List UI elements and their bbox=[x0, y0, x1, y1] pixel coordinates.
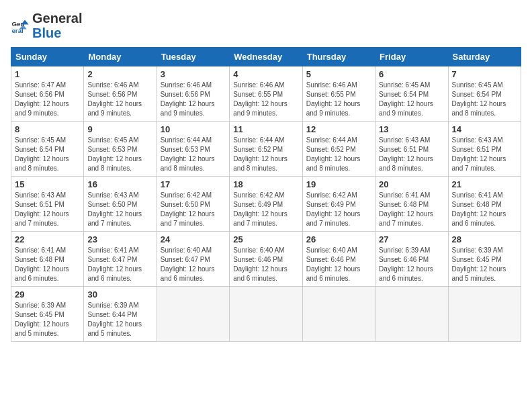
calendar-table: SundayMondayTuesdayWednesdayThursdayFrid… bbox=[11, 47, 521, 342]
day-number: 29 bbox=[15, 289, 80, 300]
day-info: Sunrise: 6:39 AM Sunset: 6:46 PM Dayligh… bbox=[379, 246, 444, 283]
day-number: 3 bbox=[161, 69, 226, 79]
day-number: 24 bbox=[161, 234, 226, 244]
day-info: Sunrise: 6:39 AM Sunset: 6:44 PM Dayligh… bbox=[87, 301, 152, 338]
calendar-cell: 7 Sunrise: 6:45 AM Sunset: 6:54 PM Dayli… bbox=[448, 66, 521, 122]
day-number: 5 bbox=[306, 69, 371, 79]
calendar-cell bbox=[302, 287, 375, 342]
day-info: Sunrise: 6:46 AM Sunset: 6:56 PM Dayligh… bbox=[161, 81, 226, 118]
calendar-cell: 14 Sunrise: 6:43 AM Sunset: 6:51 PM Dayl… bbox=[448, 122, 521, 177]
day-number: 23 bbox=[87, 234, 152, 244]
day-info: Sunrise: 6:39 AM Sunset: 6:45 PM Dayligh… bbox=[452, 246, 517, 283]
calendar-header-saturday: Saturday bbox=[448, 48, 521, 66]
calendar-cell: 24 Sunrise: 6:40 AM Sunset: 6:47 PM Dayl… bbox=[157, 232, 229, 287]
day-info: Sunrise: 6:42 AM Sunset: 6:49 PM Dayligh… bbox=[306, 191, 371, 228]
day-info: Sunrise: 6:45 AM Sunset: 6:53 PM Dayligh… bbox=[87, 136, 152, 173]
day-number: 9 bbox=[87, 124, 152, 134]
day-info: Sunrise: 6:43 AM Sunset: 6:51 PM Dayligh… bbox=[15, 191, 80, 228]
day-number: 26 bbox=[306, 234, 371, 244]
calendar-cell: 3 Sunrise: 6:46 AM Sunset: 6:56 PM Dayli… bbox=[157, 66, 229, 122]
calendar-header-thursday: Thursday bbox=[302, 48, 375, 66]
day-number: 21 bbox=[452, 179, 517, 189]
logo: Gen eral GeneralBlue bbox=[11, 11, 82, 40]
day-number: 18 bbox=[233, 179, 298, 189]
day-info: Sunrise: 6:41 AM Sunset: 6:48 PM Dayligh… bbox=[379, 191, 444, 228]
day-number: 19 bbox=[306, 179, 371, 189]
day-number: 22 bbox=[15, 234, 80, 244]
day-info: Sunrise: 6:46 AM Sunset: 6:56 PM Dayligh… bbox=[87, 81, 152, 118]
day-number: 10 bbox=[161, 124, 226, 134]
day-number: 17 bbox=[161, 179, 226, 189]
calendar-week-row: 15 Sunrise: 6:43 AM Sunset: 6:51 PM Dayl… bbox=[11, 177, 521, 232]
day-info: Sunrise: 6:43 AM Sunset: 6:51 PM Dayligh… bbox=[379, 136, 444, 173]
calendar-cell: 27 Sunrise: 6:39 AM Sunset: 6:46 PM Dayl… bbox=[375, 232, 448, 287]
day-number: 12 bbox=[306, 124, 371, 134]
day-info: Sunrise: 6:42 AM Sunset: 6:49 PM Dayligh… bbox=[233, 191, 298, 228]
day-info: Sunrise: 6:41 AM Sunset: 6:48 PM Dayligh… bbox=[15, 246, 80, 283]
day-info: Sunrise: 6:43 AM Sunset: 6:51 PM Dayligh… bbox=[452, 136, 517, 173]
calendar-cell: 20 Sunrise: 6:41 AM Sunset: 6:48 PM Dayl… bbox=[375, 177, 448, 232]
calendar-cell bbox=[230, 287, 302, 342]
calendar-cell: 25 Sunrise: 6:40 AM Sunset: 6:46 PM Dayl… bbox=[230, 232, 302, 287]
calendar-cell: 21 Sunrise: 6:41 AM Sunset: 6:48 PM Dayl… bbox=[448, 177, 521, 232]
calendar-cell bbox=[448, 287, 521, 342]
logo-text: GeneralBlue bbox=[32, 11, 82, 40]
calendar-cell: 29 Sunrise: 6:39 AM Sunset: 6:45 PM Dayl… bbox=[11, 287, 84, 342]
day-number: 13 bbox=[379, 124, 444, 134]
calendar-cell: 5 Sunrise: 6:46 AM Sunset: 6:55 PM Dayli… bbox=[302, 66, 375, 122]
calendar-header-tuesday: Tuesday bbox=[157, 48, 229, 66]
day-info: Sunrise: 6:44 AM Sunset: 6:53 PM Dayligh… bbox=[161, 136, 226, 173]
day-info: Sunrise: 6:45 AM Sunset: 6:54 PM Dayligh… bbox=[452, 81, 517, 118]
calendar-week-row: 8 Sunrise: 6:45 AM Sunset: 6:54 PM Dayli… bbox=[11, 122, 521, 177]
calendar-cell: 30 Sunrise: 6:39 AM Sunset: 6:44 PM Dayl… bbox=[84, 287, 157, 342]
calendar-cell: 23 Sunrise: 6:41 AM Sunset: 6:47 PM Dayl… bbox=[84, 232, 157, 287]
calendar-cell: 28 Sunrise: 6:39 AM Sunset: 6:45 PM Dayl… bbox=[448, 232, 521, 287]
calendar-cell: 4 Sunrise: 6:46 AM Sunset: 6:55 PM Dayli… bbox=[230, 66, 302, 122]
calendar-header-wednesday: Wednesday bbox=[230, 48, 302, 66]
calendar-cell bbox=[157, 287, 229, 342]
day-number: 14 bbox=[452, 124, 517, 134]
day-number: 27 bbox=[379, 234, 444, 244]
day-number: 11 bbox=[233, 124, 298, 134]
day-info: Sunrise: 6:45 AM Sunset: 6:54 PM Dayligh… bbox=[15, 136, 80, 173]
calendar-cell: 18 Sunrise: 6:42 AM Sunset: 6:49 PM Dayl… bbox=[230, 177, 302, 232]
calendar-cell: 8 Sunrise: 6:45 AM Sunset: 6:54 PM Dayli… bbox=[11, 122, 84, 177]
day-number: 25 bbox=[233, 234, 298, 244]
calendar-header-sunday: Sunday bbox=[11, 48, 84, 66]
calendar-cell: 2 Sunrise: 6:46 AM Sunset: 6:56 PM Dayli… bbox=[84, 66, 157, 122]
day-info: Sunrise: 6:45 AM Sunset: 6:54 PM Dayligh… bbox=[379, 81, 444, 118]
day-number: 20 bbox=[379, 179, 444, 189]
day-info: Sunrise: 6:44 AM Sunset: 6:52 PM Dayligh… bbox=[306, 136, 371, 173]
calendar-cell: 13 Sunrise: 6:43 AM Sunset: 6:51 PM Dayl… bbox=[375, 122, 448, 177]
calendar-cell: 19 Sunrise: 6:42 AM Sunset: 6:49 PM Dayl… bbox=[302, 177, 375, 232]
calendar-cell: 1 Sunrise: 6:47 AM Sunset: 6:56 PM Dayli… bbox=[11, 66, 84, 122]
day-number: 30 bbox=[87, 289, 152, 300]
day-info: Sunrise: 6:41 AM Sunset: 6:47 PM Dayligh… bbox=[87, 246, 152, 283]
day-info: Sunrise: 6:40 AM Sunset: 6:47 PM Dayligh… bbox=[161, 246, 226, 283]
calendar-cell: 17 Sunrise: 6:42 AM Sunset: 6:50 PM Dayl… bbox=[157, 177, 229, 232]
calendar-cell: 26 Sunrise: 6:40 AM Sunset: 6:46 PM Dayl… bbox=[302, 232, 375, 287]
calendar-cell: 22 Sunrise: 6:41 AM Sunset: 6:48 PM Dayl… bbox=[11, 232, 84, 287]
day-number: 7 bbox=[452, 69, 517, 79]
day-number: 15 bbox=[15, 179, 80, 189]
day-info: Sunrise: 6:43 AM Sunset: 6:50 PM Dayligh… bbox=[87, 191, 152, 228]
day-info: Sunrise: 6:42 AM Sunset: 6:50 PM Dayligh… bbox=[161, 191, 226, 228]
day-info: Sunrise: 6:41 AM Sunset: 6:48 PM Dayligh… bbox=[452, 191, 517, 228]
calendar-cell: 10 Sunrise: 6:44 AM Sunset: 6:53 PM Dayl… bbox=[157, 122, 229, 177]
calendar-cell: 11 Sunrise: 6:44 AM Sunset: 6:52 PM Dayl… bbox=[230, 122, 302, 177]
calendar-header-monday: Monday bbox=[84, 48, 157, 66]
day-number: 16 bbox=[87, 179, 152, 189]
day-info: Sunrise: 6:46 AM Sunset: 6:55 PM Dayligh… bbox=[306, 81, 371, 118]
calendar-cell: 15 Sunrise: 6:43 AM Sunset: 6:51 PM Dayl… bbox=[11, 177, 84, 232]
day-info: Sunrise: 6:40 AM Sunset: 6:46 PM Dayligh… bbox=[306, 246, 371, 283]
calendar-cell: 12 Sunrise: 6:44 AM Sunset: 6:52 PM Dayl… bbox=[302, 122, 375, 177]
day-number: 1 bbox=[15, 69, 80, 79]
day-info: Sunrise: 6:44 AM Sunset: 6:52 PM Dayligh… bbox=[233, 136, 298, 173]
calendar-cell bbox=[375, 287, 448, 342]
calendar-cell: 16 Sunrise: 6:43 AM Sunset: 6:50 PM Dayl… bbox=[84, 177, 157, 232]
calendar-cell: 6 Sunrise: 6:45 AM Sunset: 6:54 PM Dayli… bbox=[375, 66, 448, 122]
day-number: 4 bbox=[233, 69, 298, 79]
day-number: 8 bbox=[15, 124, 80, 134]
day-number: 6 bbox=[379, 69, 444, 79]
day-info: Sunrise: 6:47 AM Sunset: 6:56 PM Dayligh… bbox=[15, 81, 80, 118]
